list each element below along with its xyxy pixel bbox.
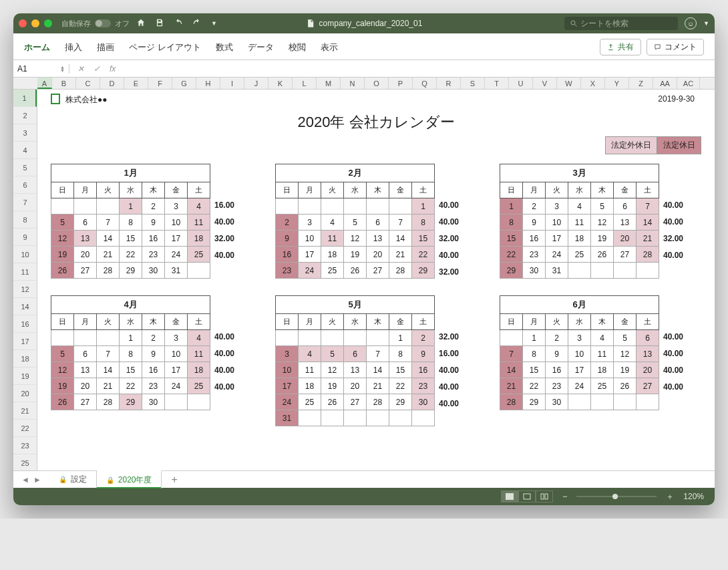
day-cell[interactable]: 24 bbox=[299, 263, 321, 279]
day-cell[interactable] bbox=[276, 198, 299, 215]
day-cell[interactable]: 15 bbox=[412, 231, 435, 247]
day-cell[interactable]: 8 bbox=[120, 215, 142, 231]
close-icon[interactable] bbox=[19, 19, 27, 27]
day-cell[interactable]: 14 bbox=[636, 215, 659, 231]
day-cell[interactable]: 30 bbox=[142, 263, 165, 279]
day-cell[interactable]: 17 bbox=[165, 231, 188, 247]
day-cell[interactable]: 6 bbox=[636, 330, 659, 346]
row-header[interactable]: 23 bbox=[13, 437, 37, 454]
day-cell[interactable]: 2 bbox=[142, 198, 165, 215]
day-cell[interactable]: 11 bbox=[188, 346, 210, 362]
column-header[interactable]: I bbox=[220, 78, 244, 89]
day-cell[interactable]: 7 bbox=[97, 215, 120, 231]
column-header[interactable]: V bbox=[533, 78, 557, 89]
day-cell[interactable]: 11 bbox=[321, 231, 344, 247]
row-header[interactable]: 14 bbox=[13, 298, 37, 315]
day-cell[interactable]: 13 bbox=[74, 362, 97, 378]
worksheet-content[interactable]: 株式会社●● 2019-9-30 2020年 会社カレンダー 法定外休日 法定休… bbox=[37, 90, 715, 470]
day-cell[interactable]: 6 bbox=[367, 215, 389, 231]
view-break-icon[interactable] bbox=[536, 490, 553, 503]
day-cell[interactable] bbox=[367, 410, 389, 426]
day-cell[interactable]: 12 bbox=[321, 362, 344, 378]
day-cell[interactable]: 29 bbox=[120, 263, 142, 279]
day-cell[interactable] bbox=[614, 263, 636, 279]
column-header[interactable]: U bbox=[509, 78, 533, 89]
day-cell[interactable]: 15 bbox=[523, 362, 546, 378]
day-cell[interactable]: 14 bbox=[500, 362, 523, 378]
row-header[interactable]: 19 bbox=[13, 368, 37, 385]
day-cell[interactable]: 7 bbox=[636, 198, 659, 215]
day-cell[interactable]: 9 bbox=[276, 231, 299, 247]
day-cell[interactable]: 19 bbox=[51, 378, 74, 394]
day-cell[interactable]: 29 bbox=[120, 394, 142, 410]
day-cell[interactable]: 20 bbox=[74, 378, 97, 394]
ribbon-tab-insert[interactable]: 挿入 bbox=[65, 41, 82, 53]
column-header[interactable]: O bbox=[365, 78, 389, 89]
day-cell[interactable]: 30 bbox=[412, 394, 435, 410]
autosave-toggle[interactable]: 自動保存 オフ bbox=[61, 19, 130, 29]
day-cell[interactable] bbox=[344, 330, 367, 346]
day-cell[interactable]: 9 bbox=[546, 346, 568, 362]
day-cell[interactable]: 7 bbox=[500, 346, 523, 362]
column-header[interactable]: R bbox=[437, 78, 461, 89]
day-cell[interactable]: 2 bbox=[546, 330, 568, 346]
day-cell[interactable]: 20 bbox=[614, 231, 636, 247]
day-cell[interactable]: 10 bbox=[165, 215, 188, 231]
day-cell[interactable]: 18 bbox=[321, 247, 344, 263]
day-cell[interactable]: 3 bbox=[165, 330, 188, 346]
day-cell[interactable]: 2 bbox=[142, 330, 165, 346]
row-header[interactable]: 1 bbox=[13, 90, 37, 107]
day-cell[interactable]: 4 bbox=[299, 346, 321, 362]
day-cell[interactable]: 24 bbox=[568, 378, 591, 394]
day-cell[interactable]: 3 bbox=[165, 198, 188, 215]
row-header[interactable]: 20 bbox=[13, 385, 37, 402]
ribbon-tab-home[interactable]: ホーム bbox=[24, 41, 50, 53]
day-cell[interactable]: 28 bbox=[636, 247, 659, 263]
switch-icon[interactable] bbox=[95, 19, 111, 27]
sheet-tab-settings[interactable]: 🔒設定 bbox=[49, 471, 97, 488]
column-header[interactable]: E bbox=[124, 78, 148, 89]
row-header[interactable]: 6 bbox=[13, 176, 37, 194]
day-cell[interactable]: 31 bbox=[546, 263, 568, 279]
day-cell[interactable] bbox=[74, 330, 97, 346]
day-cell[interactable]: 1 bbox=[120, 330, 142, 346]
day-cell[interactable]: 7 bbox=[367, 346, 389, 362]
column-header[interactable]: L bbox=[293, 78, 317, 89]
day-cell[interactable]: 21 bbox=[97, 247, 120, 263]
day-cell[interactable]: 24 bbox=[546, 247, 568, 263]
ribbon-tab-review[interactable]: 校閲 bbox=[289, 41, 306, 53]
ribbon-tab-formulas[interactable]: 数式 bbox=[216, 41, 233, 53]
day-cell[interactable] bbox=[321, 410, 344, 426]
day-cell[interactable]: 6 bbox=[614, 198, 636, 215]
zoom-slider[interactable] bbox=[576, 496, 657, 497]
day-cell[interactable]: 12 bbox=[51, 231, 74, 247]
day-cell[interactable]: 22 bbox=[120, 247, 142, 263]
row-header[interactable]: 17 bbox=[13, 333, 37, 350]
row-header[interactable]: 4 bbox=[13, 142, 37, 159]
column-header[interactable]: Y bbox=[605, 78, 629, 89]
day-cell[interactable]: 6 bbox=[74, 346, 97, 362]
ribbon-tab-draw[interactable]: 描画 bbox=[97, 41, 114, 53]
column-header[interactable]: A bbox=[37, 78, 52, 89]
column-header[interactable]: AA bbox=[653, 78, 677, 89]
day-cell[interactable]: 27 bbox=[74, 394, 97, 410]
day-cell[interactable]: 17 bbox=[165, 362, 188, 378]
day-cell[interactable]: 1 bbox=[523, 330, 546, 346]
day-cell[interactable] bbox=[344, 410, 367, 426]
day-cell[interactable]: 12 bbox=[344, 231, 367, 247]
day-cell[interactable]: 28 bbox=[500, 394, 523, 410]
day-cell[interactable]: 16 bbox=[546, 362, 568, 378]
day-cell[interactable]: 27 bbox=[367, 263, 389, 279]
day-cell[interactable]: 23 bbox=[523, 247, 546, 263]
day-cell[interactable]: 14 bbox=[97, 362, 120, 378]
day-cell[interactable]: 28 bbox=[389, 263, 412, 279]
column-header[interactable]: G bbox=[172, 78, 196, 89]
day-cell[interactable]: 2 bbox=[412, 330, 435, 346]
day-cell[interactable]: 5 bbox=[51, 215, 74, 231]
day-cell[interactable] bbox=[389, 410, 412, 426]
column-header[interactable]: J bbox=[244, 78, 268, 89]
row-header[interactable]: 7 bbox=[13, 194, 37, 211]
column-header[interactable]: N bbox=[341, 78, 365, 89]
add-sheet-button[interactable]: + bbox=[162, 474, 186, 486]
row-header[interactable]: 5 bbox=[13, 159, 37, 176]
